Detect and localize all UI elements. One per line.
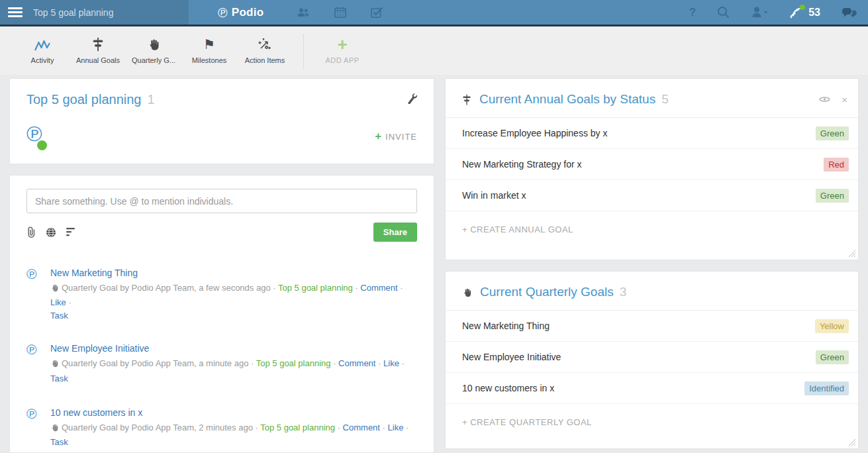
widget-count: 5 xyxy=(661,92,669,107)
space-link[interactable]: Top 5 goal planning xyxy=(278,283,353,293)
top-nav xyxy=(297,7,408,18)
like-link[interactable]: Like xyxy=(388,423,404,432)
goal-row[interactable]: New Marketing Thing Yellow xyxy=(446,311,858,342)
like-link[interactable]: Like xyxy=(50,297,66,307)
status-badge: Green xyxy=(816,126,849,140)
goal-row[interactable]: Win in market x Green xyxy=(446,180,858,211)
question-list-icon[interactable] xyxy=(66,228,77,236)
notification-online-dot-icon xyxy=(800,5,805,10)
workspace-header-panel: Top 5 goal planning 1 ℗ + INVITE xyxy=(9,78,434,164)
hand-icon xyxy=(50,423,59,436)
comment-link[interactable]: Comment xyxy=(343,423,380,432)
goal-row[interactable]: New Marketing Strategy for x Red xyxy=(446,149,858,180)
invite-plus-icon: + xyxy=(375,130,381,143)
podio-mark-icon: ℗ xyxy=(26,407,42,453)
status-badge: Identified xyxy=(804,381,849,395)
member-avatar[interactable]: ℗ xyxy=(26,123,53,150)
hand-icon xyxy=(50,358,59,372)
calendar-icon[interactable] xyxy=(334,7,346,18)
task-link[interactable]: Task xyxy=(50,311,68,321)
globe-link-icon[interactable] xyxy=(46,227,56,238)
workspace-title[interactable]: Top 5 goal planning xyxy=(26,92,141,107)
account-menu-icon[interactable] xyxy=(751,7,768,18)
close-icon[interactable]: × xyxy=(842,95,847,105)
widget-current-quarterly-goals: Current Quarterly Goals 3 New Marketing … xyxy=(445,271,859,449)
resize-grip-icon[interactable] xyxy=(848,250,856,258)
chat-icon[interactable] xyxy=(842,7,857,19)
top-bar-workspace-section: Top 5 goal planning xyxy=(0,0,189,25)
widget-title[interactable]: Current Annual Goals by Status xyxy=(479,92,655,107)
like-link[interactable]: Like xyxy=(383,358,399,368)
goal-row[interactable]: Increase Employee Happiness by x Green xyxy=(446,118,858,149)
space-link[interactable]: Top 5 goal planning xyxy=(256,358,331,368)
create-annual-goal-button[interactable]: + CREATE ANNUAL GOAL xyxy=(446,211,858,248)
app-tab-quarterly-goals[interactable]: Quarterly G... xyxy=(126,34,181,64)
resize-grip-icon[interactable] xyxy=(848,438,856,446)
activity-stream-panel: Share ℗ New Marketing Thing Quarterly Go… xyxy=(9,175,434,453)
podio-brand[interactable]: ℗ Podio xyxy=(218,6,264,19)
podio-mark-icon: ℗ xyxy=(26,342,42,385)
stream-item-title-link[interactable]: New Marketing Thing xyxy=(50,268,138,278)
app-tab-action-items[interactable]: Action Items xyxy=(237,34,293,64)
wrench-settings-icon[interactable] xyxy=(406,93,417,107)
eye-icon[interactable] xyxy=(819,95,830,103)
signpost-icon xyxy=(462,94,471,105)
widget-title[interactable]: Current Quarterly Goals xyxy=(480,285,614,299)
widget-annual-goals-by-status: Current Annual Goals by Status 5 × Incre… xyxy=(445,78,859,260)
contacts-icon[interactable] xyxy=(297,7,310,18)
podio-mark-icon: ℗ xyxy=(26,267,42,323)
task-link[interactable]: Task xyxy=(50,374,68,383)
task-link[interactable]: Task xyxy=(50,437,68,447)
app-tab-milestones[interactable]: ⚑ Milestones xyxy=(181,34,237,64)
tasks-icon[interactable] xyxy=(371,7,383,18)
signpost-icon xyxy=(70,34,126,52)
status-badge: Red xyxy=(824,158,849,172)
stream-item: ℗ 10 new customers in x Quarterly Goal b… xyxy=(26,399,417,453)
share-button[interactable]: Share xyxy=(373,223,417,242)
activity-stream: ℗ New Marketing Thing Quarterly Goal by … xyxy=(26,259,417,453)
stream-item: ℗ New Employee Initiative Quarterly Goal… xyxy=(26,334,417,391)
top-bar-right-tools: ? 53 xyxy=(668,6,857,19)
stream-item-meta: Quarterly Goal by Podio App Team, a minu… xyxy=(50,357,417,385)
goal-row[interactable]: 10 new customers in x Identified xyxy=(446,373,858,404)
stream-item-title-link[interactable]: 10 new customers in x xyxy=(50,407,142,418)
notifications-control[interactable]: 53 xyxy=(789,7,820,19)
create-quarterly-goal-button[interactable]: + CREATE QUARTERLY GOAL xyxy=(446,404,858,440)
app-tab-annual-goals[interactable]: Annual Goals xyxy=(70,34,126,64)
invite-button[interactable]: + INVITE xyxy=(375,130,417,143)
stream-item-meta: Quarterly Goal by Podio App Team, a few … xyxy=(50,281,417,323)
appbar-separator xyxy=(303,34,304,69)
stream-item: ℗ New Marketing Thing Quarterly Goal by … xyxy=(26,259,417,329)
stream-item-meta: Quarterly Goal by Podio App Team, 2 minu… xyxy=(50,421,417,449)
topbar-workspace-title[interactable]: Top 5 goal planning xyxy=(33,7,113,18)
top-bar: Top 5 goal planning ℗ Podio ? xyxy=(0,0,868,26)
workspace-member-count: 1 xyxy=(147,92,154,107)
podio-logo-icon: ℗ xyxy=(218,6,228,19)
hamburger-menu-icon[interactable] xyxy=(8,5,23,19)
attach-file-icon[interactable] xyxy=(26,226,36,238)
share-input[interactable] xyxy=(26,189,417,213)
hand-icon xyxy=(50,283,59,296)
comment-link[interactable]: Comment xyxy=(338,358,375,368)
presence-dot-icon xyxy=(37,140,47,150)
action-scatter-icon xyxy=(237,34,293,52)
activity-chart-icon xyxy=(15,34,70,52)
podio-brand-name: Podio xyxy=(232,6,264,19)
status-badge: Green xyxy=(816,350,849,364)
status-badge: Green xyxy=(816,189,849,203)
top-bar-main-section: ℗ Podio ? xyxy=(189,0,868,25)
help-icon[interactable]: ? xyxy=(689,6,696,19)
space-link[interactable]: Top 5 goal planning xyxy=(260,423,335,432)
main-content: Top 5 goal planning 1 ℗ + INVITE xyxy=(0,75,868,453)
notification-count: 53 xyxy=(808,7,820,19)
add-app-button[interactable]: + ADD APP xyxy=(314,34,370,64)
search-icon[interactable] xyxy=(717,6,730,19)
hand-icon xyxy=(462,287,472,297)
stream-item-title-link[interactable]: New Employee Initiative xyxy=(50,343,149,354)
app-tab-activity[interactable]: Activity xyxy=(15,34,70,64)
add-app-plus-icon: + xyxy=(337,37,347,52)
flag-icon: ⚑ xyxy=(181,34,237,52)
comment-link[interactable]: Comment xyxy=(360,283,397,293)
goal-row[interactable]: New Employee Initiative Green xyxy=(446,342,858,373)
widget-count: 3 xyxy=(620,285,627,299)
